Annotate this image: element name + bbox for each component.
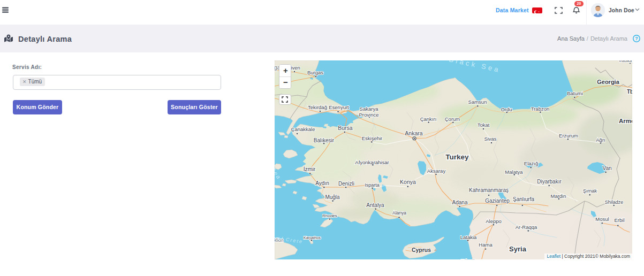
svg-text:Bursa: Bursa bbox=[338, 125, 353, 131]
svg-text:Arme: Arme bbox=[619, 118, 632, 124]
svg-text:Erbil: Erbil bbox=[614, 217, 624, 223]
svg-text:Province: Province bbox=[359, 112, 379, 118]
svg-text:Aydın: Aydın bbox=[315, 180, 329, 186]
svg-text:Gaziantep: Gaziantep bbox=[485, 198, 510, 204]
svg-text:Sakarya: Sakarya bbox=[360, 106, 379, 112]
svg-text:liven: liven bbox=[290, 65, 300, 71]
svg-text:Ankara: Ankara bbox=[405, 130, 422, 136]
svg-text:Hama: Hama bbox=[479, 242, 493, 248]
svg-text:Çorum: Çorum bbox=[445, 116, 460, 122]
svg-text:Isparta: Isparta bbox=[365, 182, 380, 188]
svg-text:Ağrı: Ağrı bbox=[596, 137, 605, 143]
svg-text:Tokat: Tokat bbox=[478, 122, 490, 128]
svg-text:Rhodes: Rhodes bbox=[322, 213, 337, 218]
svg-text:Elazığ: Elazığ bbox=[524, 160, 538, 166]
svg-text:Şırnak: Şırnak bbox=[583, 188, 597, 194]
svg-text:Esenyurt: Esenyurt bbox=[329, 104, 349, 110]
svg-text:Van: Van bbox=[602, 165, 611, 171]
svg-text:Muğla: Muğla bbox=[325, 194, 340, 200]
svg-text:Kahramanmaraş: Kahramanmaraş bbox=[469, 187, 509, 193]
svg-text:Tripoli: Tripoli bbox=[461, 258, 475, 259]
svg-text:Burgas: Burgas bbox=[307, 70, 323, 75]
svg-text:Trabzon: Trabzon bbox=[531, 106, 550, 112]
svg-text:Shiladze: Shiladze bbox=[605, 200, 624, 205]
svg-text:Latakia: Latakia bbox=[460, 234, 477, 240]
svg-text:Diyarbakır: Diyarbakır bbox=[537, 179, 562, 185]
svg-text:Erzurum: Erzurum bbox=[559, 133, 578, 139]
svg-text:Tekirdağ: Tekirdağ bbox=[308, 104, 327, 110]
svg-text:Denizli: Denizli bbox=[338, 181, 354, 187]
svg-text:Sivas: Sivas bbox=[484, 136, 496, 142]
svg-text:Alanya: Alanya bbox=[392, 210, 406, 216]
svg-text:Eskişehir: Eskişehir bbox=[362, 135, 383, 141]
svg-text:Cyprus: Cyprus bbox=[412, 247, 431, 253]
svg-text:Aleppo: Aleppo bbox=[486, 218, 502, 224]
svg-text:Konya: Konya bbox=[400, 179, 416, 185]
svg-text:Tbi: Tbi bbox=[627, 89, 632, 95]
svg-text:Aksaray: Aksaray bbox=[427, 168, 446, 174]
svg-text:Ar-Raqqa: Ar-Raqqa bbox=[516, 224, 537, 230]
svg-text:Syria: Syria bbox=[509, 245, 527, 253]
svg-text:?: ? bbox=[635, 36, 638, 41]
svg-text:Adana: Adana bbox=[452, 200, 468, 205]
svg-text:Samsun: Samsun bbox=[468, 99, 487, 105]
svg-text:Şanlıurfa: Şanlıurfa bbox=[513, 196, 534, 202]
svg-text:Mosul: Mosul bbox=[595, 216, 609, 222]
svg-text:Batumi: Batumi bbox=[567, 90, 583, 96]
svg-text:İzmir: İzmir bbox=[304, 166, 316, 172]
svg-text:Georgia: Georgia bbox=[597, 79, 619, 85]
svg-text:Turkey: Turkey bbox=[445, 153, 469, 161]
svg-text:Çanakkale: Çanakkale bbox=[291, 126, 315, 132]
svg-text:Çankırı: Çankırı bbox=[420, 116, 437, 122]
svg-text:Antalya: Antalya bbox=[366, 202, 384, 208]
